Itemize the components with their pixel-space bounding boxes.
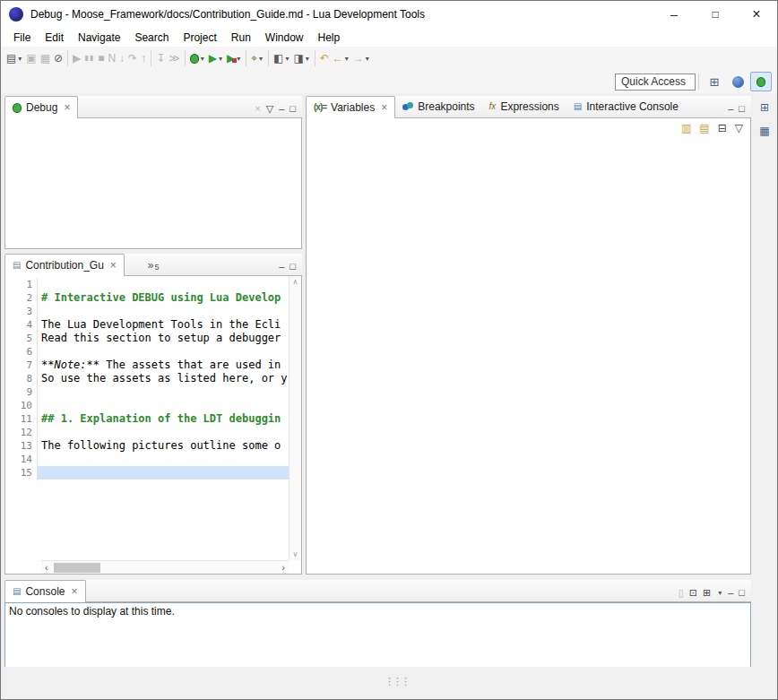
new-dropdown-icon[interactable]: ▾ (17, 55, 22, 63)
collapse-all-button[interactable]: ⊟ (718, 123, 727, 134)
display-selected-console-button[interactable]: ⊡ (689, 588, 697, 598)
line-number[interactable]: 10 (5, 399, 38, 412)
next-annotation-button[interactable]: ◧▾ (272, 48, 291, 68)
window-minimize-button[interactable]: – (653, 1, 695, 28)
console-maximize-button[interactable]: □ (739, 588, 745, 598)
tab-interactive-console[interactable]: ▤ Interactive Console (566, 96, 686, 117)
trim-restore-views-button[interactable]: ⊞ (756, 99, 774, 117)
debug-perspective-button[interactable] (750, 72, 772, 91)
open-perspective-button[interactable]: ⊞ (704, 72, 725, 91)
run-button[interactable]: ▶▾ (207, 48, 225, 68)
console-content[interactable]: No consoles to display at this time. (4, 602, 751, 669)
line-number[interactable]: 14 (5, 453, 38, 466)
variables-view-menu-icon[interactable]: ▽ (735, 123, 743, 134)
line-number[interactable]: 7 (5, 359, 38, 372)
debug-view-minimize-button[interactable]: – (279, 104, 284, 114)
line-number[interactable]: 13 (5, 439, 38, 453)
menu-run[interactable]: Run (224, 30, 258, 46)
skip-all-breakpoints-button[interactable]: ⊘ (52, 48, 65, 68)
scroll-up-icon[interactable]: ∧ (290, 278, 301, 286)
tab-expressions[interactable]: fx Expressions (482, 96, 566, 117)
editor-tab-overflow-button[interactable]: » 5 (148, 259, 160, 275)
editor-horizontal-scrollbar[interactable]: ‹ › (41, 560, 289, 574)
pin-console-button[interactable]: ▯ (679, 588, 684, 598)
save-all-button[interactable]: ▦ (39, 48, 52, 68)
debug-view-content[interactable] (4, 118, 302, 249)
editor-content[interactable]: 1 2# Interactive DEBUG using Lua Develop… (4, 276, 302, 575)
variables-tab-close-icon[interactable]: × (381, 101, 387, 114)
external-tools-button[interactable]: ▶▾ (225, 48, 243, 68)
forward-dropdown-icon[interactable]: ▾ (365, 55, 370, 63)
scroll-down-icon[interactable]: ∨ (290, 550, 301, 558)
open-console-button[interactable]: ⊞ (703, 588, 711, 598)
trim-drag-handle[interactable]: ⋮⋮⋮ (385, 676, 409, 687)
last-edit-location-button[interactable]: ↶ (318, 48, 331, 68)
line-number[interactable]: 2 (5, 291, 38, 305)
run-dropdown-icon[interactable]: ▾ (218, 55, 223, 63)
window-maximize-button[interactable]: □ (695, 1, 736, 28)
step-return-button[interactable]: ↑ (139, 48, 148, 68)
editor-maximize-button[interactable]: □ (290, 262, 296, 272)
menu-help[interactable]: Help (311, 30, 348, 46)
suspend-button[interactable]: ▮▮ (82, 48, 96, 68)
remove-all-terminated-button[interactable]: × (255, 104, 260, 114)
editor-text-area[interactable]: 1 2# Interactive DEBUG using Lua Develop… (5, 276, 289, 560)
tab-contribution-guide[interactable]: ▤ Contribution_Gu × (4, 254, 125, 276)
editor-tab-close-icon[interactable]: × (110, 259, 117, 272)
window-close-button[interactable]: × (736, 1, 777, 28)
editor-vertical-scrollbar[interactable]: ∧ ∨ (289, 276, 301, 560)
back-dropdown-icon[interactable]: ▾ (344, 55, 350, 63)
step-over-button[interactable]: ↷ (126, 48, 139, 68)
line-number[interactable]: 5 (5, 332, 38, 345)
debug-tab-close-icon[interactable]: × (64, 101, 70, 114)
tab-console[interactable]: ▤ Console × (4, 580, 86, 602)
debug-dropdown-icon[interactable]: ▾ (200, 55, 205, 63)
tab-variables[interactable]: (x)= Variables × (306, 96, 395, 118)
scroll-right-icon[interactable]: › (278, 563, 289, 573)
horizontal-scroll-thumb[interactable] (54, 563, 100, 573)
line-number[interactable]: 4 (5, 318, 38, 332)
line-number[interactable]: 12 (5, 426, 38, 439)
debug-view-maximize-button[interactable]: □ (290, 104, 296, 114)
line-number[interactable]: 11 (5, 412, 38, 426)
use-step-filters-button[interactable]: ≫ (167, 48, 182, 68)
show-columns-button[interactable]: ▤ (699, 123, 709, 134)
line-number[interactable]: 8 (5, 372, 38, 385)
search-dropdown-icon[interactable]: ▾ (258, 55, 264, 63)
variables-maximize-button[interactable]: □ (739, 104, 745, 114)
trim-minimized-view-button[interactable]: ▦ (756, 122, 774, 140)
debug-view-menu-icon[interactable]: ▽ (266, 104, 273, 114)
save-button[interactable]: ▣ (24, 48, 38, 68)
menu-file[interactable]: File (6, 30, 38, 46)
console-tab-close-icon[interactable]: × (71, 585, 77, 598)
open-console-dropdown-icon[interactable]: ▾ (717, 589, 722, 597)
menu-edit[interactable]: Edit (38, 30, 71, 46)
terminate-button[interactable]: ■ (96, 48, 106, 68)
back-button[interactable]: ←▾ (331, 48, 351, 68)
previous-annotation-dropdown-icon[interactable]: ▾ (305, 55, 310, 63)
editor-minimize-button[interactable]: – (279, 262, 284, 272)
previous-annotation-button[interactable]: ◨▾ (291, 48, 311, 68)
line-number[interactable]: 9 (5, 385, 38, 399)
console-minimize-button[interactable]: – (728, 588, 733, 598)
step-into-button[interactable]: ↓ (117, 48, 126, 68)
variables-content[interactable]: ▥ ▤ ⊟ ▽ (306, 118, 751, 575)
drop-to-frame-button[interactable]: ↧ (154, 48, 167, 68)
menu-search[interactable]: Search (127, 30, 176, 46)
line-number[interactable]: 15 (5, 466, 38, 480)
tab-debug[interactable]: Debug × (4, 96, 78, 118)
lua-perspective-button[interactable] (727, 72, 748, 91)
new-button[interactable]: ▤▾ (4, 48, 24, 68)
tab-breakpoints[interactable]: Breakpoints (395, 96, 481, 117)
quick-access-input[interactable]: Quick Access (615, 73, 696, 91)
variables-minimize-button[interactable]: – (728, 104, 733, 114)
scroll-left-icon[interactable]: ‹ (41, 563, 52, 573)
resume-button[interactable]: ▶ (71, 48, 82, 68)
debug-button[interactable]: ▾ (188, 48, 207, 68)
forward-button[interactable]: →▾ (351, 48, 372, 68)
menu-project[interactable]: Project (176, 30, 223, 46)
search-button[interactable]: ⌖▾ (249, 48, 265, 68)
line-number[interactable]: 1 (5, 278, 38, 291)
line-number[interactable]: 6 (5, 345, 38, 359)
menu-navigate[interactable]: Navigate (71, 30, 127, 46)
